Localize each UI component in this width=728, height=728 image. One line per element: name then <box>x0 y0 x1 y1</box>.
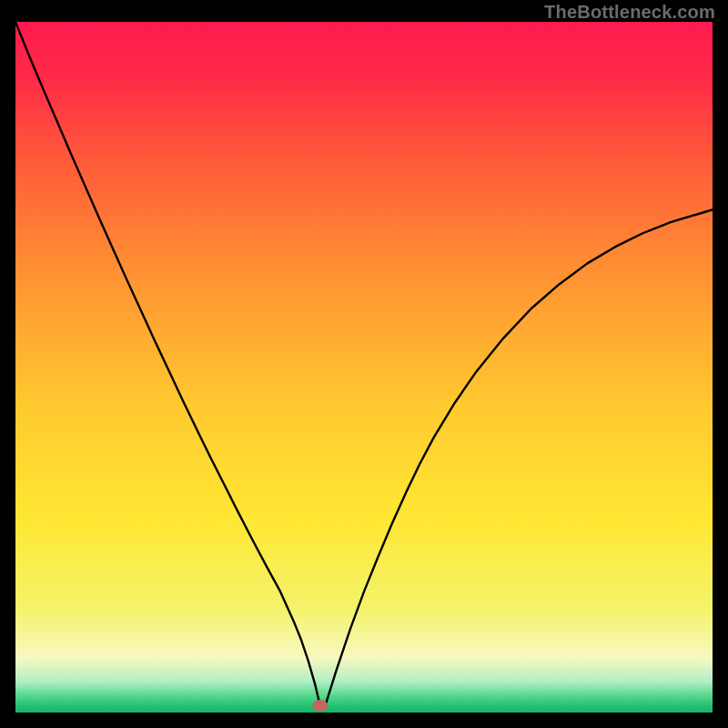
minimum-marker <box>312 700 328 712</box>
plot-area <box>15 22 713 713</box>
bottleneck-chart <box>15 22 713 713</box>
gradient-background <box>15 22 713 713</box>
watermark-text: TheBottleneck.com <box>544 2 715 23</box>
chart-frame: TheBottleneck.com <box>0 0 728 728</box>
